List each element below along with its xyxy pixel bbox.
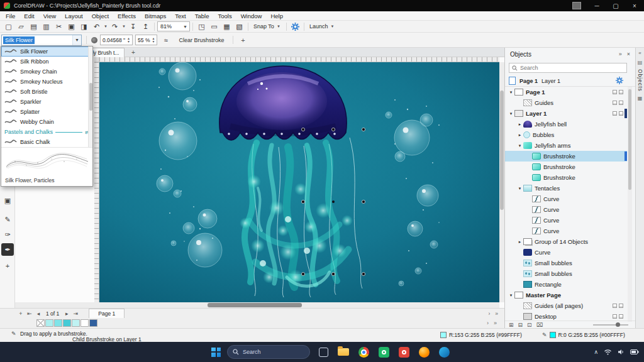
color-swatch[interactable] <box>89 319 97 327</box>
tree-row-brushstroke[interactable]: Brushstroke <box>505 162 627 172</box>
brush-category-header[interactable]: Pastels and Chalks ⇄ <box>1 127 92 137</box>
visibility-icon[interactable] <box>619 314 623 319</box>
eyedropper-tool-icon[interactable]: ✑ <box>1 228 14 241</box>
tree-expander-icon[interactable]: ▸ <box>516 122 523 127</box>
menu-object[interactable]: Object <box>87 13 113 19</box>
docker-tab-objects[interactable]: Objects <box>637 69 643 92</box>
full-screen-preview-icon[interactable]: ◳ <box>196 21 208 31</box>
palette-expand-icon[interactable]: » <box>494 320 497 326</box>
brush-item[interactable]: Silk Ribbon <box>1 57 92 67</box>
tree-row-jellyfish-arms[interactable]: ▾Jellyfish arms <box>505 140 627 151</box>
color-swatch[interactable] <box>54 319 62 327</box>
add-tool-button[interactable]: + <box>1 260 14 272</box>
canvas-artwork[interactable] <box>99 62 499 302</box>
last-page-icon[interactable]: ⇥ <box>71 310 80 317</box>
stepper-arrows[interactable]: ▲▼ <box>127 37 130 43</box>
opacity-slider[interactable] <box>593 324 628 326</box>
wifi-icon[interactable] <box>604 349 612 355</box>
new-document-icon[interactable]: ▢ <box>3 21 14 31</box>
maximize-button[interactable]: ▢ <box>606 0 625 11</box>
horizontal-scrollbar[interactable] <box>15 302 499 308</box>
docker-close-icon[interactable]: × <box>627 51 630 57</box>
tree-row-curve[interactable]: Curve <box>505 215 627 226</box>
active-layer-bar[interactable]: Page 1 Layer 1 <box>505 75 636 87</box>
copy-icon[interactable]: ▣ <box>65 21 77 31</box>
menu-bitmaps[interactable]: Bitmaps <box>140 13 170 19</box>
menu-text[interactable]: Text <box>170 13 190 19</box>
smoothing-icon[interactable]: ≈ <box>160 35 172 45</box>
tree-row-rectangle[interactable]: Rectangle <box>505 279 627 290</box>
vertical-scrollbar[interactable] <box>499 62 504 302</box>
brush-stroke-combo[interactable]: Silk Flower ▼ <box>1 35 82 46</box>
artistic-media-tool-icon[interactable]: ✒ <box>1 243 14 256</box>
chevron-down-icon[interactable]: ▼ <box>181 25 189 29</box>
docker-options-icon[interactable]: » <box>619 51 622 57</box>
clear-brushstroke-button[interactable]: Clear Brushstroke <box>174 35 228 46</box>
brush-item[interactable]: Silk Flower <box>1 47 92 57</box>
task-view-icon[interactable] <box>316 345 330 359</box>
cut-icon[interactable]: ✂ <box>53 21 65 31</box>
color-swatch[interactable] <box>80 319 89 327</box>
show-guidelines-icon[interactable]: ▧ <box>233 21 245 31</box>
snap-to-button[interactable]: Snap To ▼ <box>251 23 284 30</box>
edge-icon[interactable] <box>437 345 451 359</box>
tree-row-brushstroke[interactable]: Brushstroke <box>505 172 627 183</box>
delete-layer-button[interactable]: ⌧ <box>536 322 543 328</box>
visibility-icon[interactable] <box>619 101 623 105</box>
menu-effects[interactable]: Effects <box>113 13 140 19</box>
tree-row-layer-1[interactable]: ▾Layer 1 <box>505 108 627 119</box>
brush-item[interactable]: Soft Bristle <box>1 87 92 97</box>
print-icon[interactable]: ▥ <box>40 21 52 31</box>
printer-icon[interactable] <box>613 90 617 94</box>
stepper-arrows[interactable]: ▲▼ <box>152 37 155 43</box>
green-app-icon[interactable] <box>377 345 391 359</box>
undo-icon[interactable]: ↶ <box>91 21 103 31</box>
printer-icon[interactable] <box>613 314 617 319</box>
file-explorer-icon[interactable] <box>336 345 350 359</box>
brush-item[interactable]: Splatter <box>1 107 92 117</box>
tree-expander-icon[interactable]: ▾ <box>508 90 514 95</box>
tree-row-jellyfish-bell[interactable]: ▸Jellyfish bell <box>505 119 627 129</box>
scroll-tabs-end-icon[interactable]: » <box>495 310 498 317</box>
tree-row-small-bubbles[interactable]: Small bubbles <box>505 258 627 268</box>
new-master-layer-button[interactable]: ⊟ <box>518 322 523 328</box>
import-icon[interactable]: ↧ <box>127 21 139 31</box>
layer-settings-gear-icon[interactable] <box>616 77 623 85</box>
menu-edit[interactable]: Edit <box>19 13 38 19</box>
open-icon[interactable]: ▱ <box>15 21 27 31</box>
tree-expander-icon[interactable]: ▾ <box>516 143 523 148</box>
brush-item[interactable]: Smokey Nucleus <box>1 77 92 87</box>
new-document-tab-button[interactable]: + <box>129 48 138 57</box>
firefox-icon[interactable] <box>417 345 431 359</box>
stroke-width-field[interactable]: 0.04568 " ▲▼ <box>100 35 133 45</box>
options-gear-icon[interactable] <box>289 21 301 31</box>
tree-row-bubbles[interactable]: ▸Bubbles <box>505 129 627 140</box>
color-swatch[interactable] <box>63 319 71 327</box>
tree-row-master-page[interactable]: ▾Master Page <box>505 290 627 300</box>
transparency-field[interactable]: 55 % ▲▼ <box>135 35 157 45</box>
tree-row-curve[interactable]: Curve <box>505 226 627 236</box>
horizontal-scrollbar-thumb[interactable] <box>208 303 302 307</box>
fill-tool-icon[interactable]: ▣ <box>1 194 14 207</box>
docker-expand-icon[interactable]: « <box>638 50 641 56</box>
objects-search-input[interactable] <box>520 65 624 71</box>
docker-tab-icon-2[interactable]: ▦ <box>638 96 643 101</box>
chevron-down-icon[interactable]: ▼ <box>121 25 126 28</box>
zoom-level-combo[interactable]: 81% ▼ <box>157 21 190 31</box>
brush-item[interactable]: Sparkler <box>1 97 92 107</box>
vertical-ruler[interactable] <box>94 62 99 302</box>
tree-row-curve[interactable]: Curve <box>505 204 627 215</box>
printer-icon[interactable] <box>613 111 617 116</box>
docker-scrollbar-thumb[interactable] <box>628 89 631 190</box>
tree-row-page-1[interactable]: ▾Page 1 <box>505 87 627 97</box>
save-icon[interactable]: ▤ <box>28 21 40 31</box>
tree-expander-icon[interactable]: ▸ <box>516 133 523 138</box>
show-grid-icon[interactable]: ▦ <box>221 21 233 31</box>
page-tab[interactable]: Page 1 <box>89 309 125 318</box>
volume-icon[interactable] <box>618 349 625 355</box>
color-swatch[interactable] <box>72 319 80 327</box>
hidden-icons-chevron[interactable]: ∧ <box>594 349 598 355</box>
battery-icon[interactable] <box>630 349 639 354</box>
no-color-swatch[interactable] <box>36 319 45 327</box>
docker-scrollbar[interactable] <box>628 87 632 322</box>
